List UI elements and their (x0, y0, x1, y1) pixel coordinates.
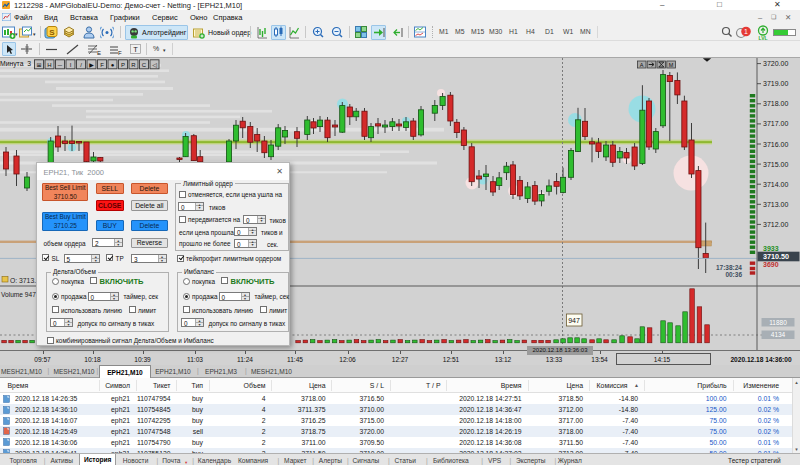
svg-text:M: M (669, 62, 674, 68)
svg-text:●: ● (111, 62, 115, 68)
svg-text:S: S (49, 28, 55, 37)
svg-text:T: T (133, 45, 138, 54)
svg-text:3719.00: 3719.00 (763, 80, 788, 87)
svg-text:▶: ▶ (89, 62, 94, 68)
svg-text:3710.50: 3710.50 (763, 252, 789, 261)
svg-text:A: A (640, 62, 644, 68)
svg-text:3715.00: 3715.00 (763, 161, 788, 168)
svg-text:11880: 11880 (769, 319, 787, 326)
svg-text:─: ─ (57, 62, 63, 68)
svg-text:Volume 947: Volume 947 (1, 291, 36, 298)
svg-text:947: 947 (568, 317, 580, 324)
svg-text:3933: 3933 (763, 245, 779, 252)
svg-text:H: H (47, 62, 51, 68)
svg-text:◁: ◁ (152, 62, 157, 68)
svg-text:P: P (121, 62, 125, 68)
svg-text:00:36: 00:36 (725, 271, 742, 278)
svg-text:3713.00: 3713.00 (763, 201, 788, 208)
svg-text:Минута 3: Минута 3 (0, 60, 31, 68)
svg-text:3717.00: 3717.00 (763, 120, 788, 127)
svg-text:3690: 3690 (763, 261, 779, 268)
svg-text:C: C (142, 62, 147, 68)
svg-text:3714.00: 3714.00 (763, 181, 788, 188)
svg-text:3712.00: 3712.00 (763, 221, 788, 228)
svg-text:F: F (100, 62, 104, 68)
svg-text:E: E (97, 50, 101, 56)
svg-text:LVL: LVL (758, 35, 767, 41)
svg-text:3720.00: 3720.00 (763, 60, 788, 67)
svg-text:4134: 4134 (771, 331, 786, 338)
svg-text:3716.00: 3716.00 (763, 141, 788, 148)
svg-text:R: R (131, 62, 136, 68)
svg-text:3718.00: 3718.00 (763, 100, 788, 107)
svg-text:1: 1 (744, 28, 748, 35)
svg-text:⊞: ⊞ (36, 62, 41, 68)
svg-text:F: F (118, 50, 122, 56)
svg-text:O: 3713.: O: 3713. (10, 277, 36, 284)
